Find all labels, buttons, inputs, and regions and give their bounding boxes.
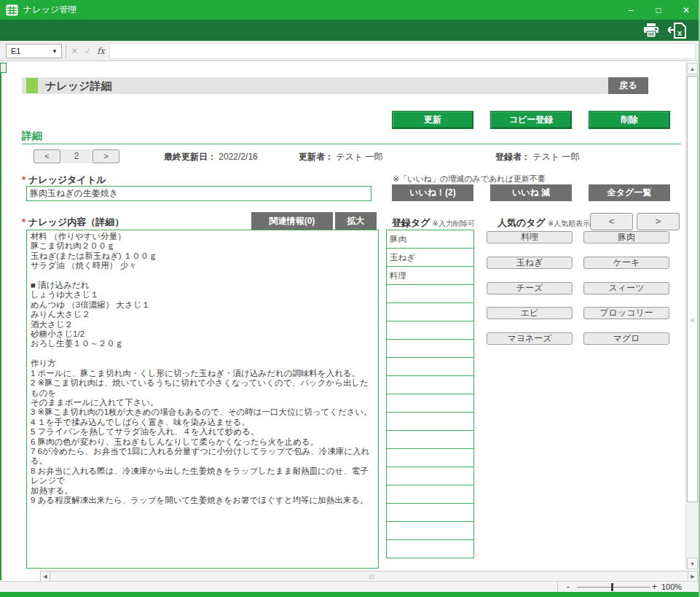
knowledge-title-label: *ナレッジタイトル xyxy=(22,173,106,187)
section-divider xyxy=(22,144,681,144)
registrant-value: テスト 一郎 xyxy=(532,152,579,162)
formula-input[interactable] xyxy=(109,43,696,59)
knowledge-content-textarea[interactable]: 材料 （作りやすい分量） 豚こま切れ肉２００ｇ 玉ねぎ(または新玉ねぎ) １００… xyxy=(26,230,379,569)
window-title: ナレッジ管理 xyxy=(23,4,76,16)
section-label: 詳細 xyxy=(22,130,42,143)
titlebar: ナレッジ管理 – □ ✕ xyxy=(0,0,700,20)
maximize-button[interactable]: □ xyxy=(645,0,672,20)
registered-tag-row[interactable] xyxy=(386,448,474,467)
registered-tag-row[interactable]: 玉ねぎ xyxy=(386,248,474,267)
registered-tags-label: 登録タグ※入力削除可 xyxy=(392,216,475,230)
app-window: ナレッジ管理 – □ ✕ x xyxy=(0,0,700,597)
delete-button[interactable]: 削除 xyxy=(589,111,670,129)
popular-tag-button[interactable]: エビ xyxy=(487,307,573,319)
app-icon xyxy=(6,4,18,16)
popular-tags-next-button[interactable]: > xyxy=(637,213,680,230)
scroll-up-icon[interactable]: ▲ xyxy=(687,63,698,74)
registered-tag-row[interactable] xyxy=(386,485,474,504)
name-box[interactable]: E1 ▼ xyxy=(6,44,62,58)
registered-tag-row[interactable] xyxy=(386,521,474,540)
last-updated-value: 2022/2/16 xyxy=(219,152,257,162)
popular-tag-button[interactable]: マヨネーズ xyxy=(487,332,573,345)
vertical-scrollbar[interactable]: ▲ ≡ ▼ xyxy=(685,63,698,569)
registered-tag-row[interactable] xyxy=(386,357,474,376)
horizontal-scrollbar-thumb[interactable]: ||| xyxy=(51,571,687,581)
popular-tag-button[interactable]: マグロ xyxy=(583,332,669,345)
like-button[interactable]: いいね！(2) xyxy=(392,184,473,201)
registered-tag-row[interactable] xyxy=(386,339,474,358)
unlike-button[interactable]: いいね 減 xyxy=(490,184,572,201)
zoom-slider-thumb[interactable] xyxy=(611,583,613,591)
zoom-slider[interactable] xyxy=(577,587,650,588)
knowledge-title-input[interactable] xyxy=(26,186,371,201)
pager-next-button[interactable]: > xyxy=(93,149,119,163)
sheet-left-border xyxy=(0,63,1,580)
pager-page-number: 2 xyxy=(60,149,93,163)
zoom-in-button[interactable]: + xyxy=(652,582,657,592)
registered-tag-row[interactable] xyxy=(386,467,474,485)
record-pager: < 2 > xyxy=(34,149,119,163)
close-button[interactable]: ✕ xyxy=(672,0,700,20)
name-box-dropdown-icon[interactable]: ▼ xyxy=(52,48,58,55)
all-tags-button[interactable]: 全タグ一覧 xyxy=(589,184,670,201)
registered-tag-row[interactable]: 豚肉 xyxy=(386,230,474,249)
registered-tag-row[interactable] xyxy=(386,430,474,449)
registered-tag-row[interactable] xyxy=(386,539,474,558)
popular-tag-button[interactable]: ブロッコリー xyxy=(583,307,669,319)
zoom-out-button[interactable]: - xyxy=(567,582,570,592)
insert-function-icon[interactable]: fx xyxy=(95,44,107,58)
print-icon[interactable] xyxy=(642,22,661,39)
popular-tag-button[interactable]: スィーツ xyxy=(583,282,669,294)
pager-prev-button[interactable]: < xyxy=(34,149,60,163)
horizontal-scrollbar[interactable]: ◀ ||| ▶ xyxy=(40,571,698,582)
popular-tags-note: ※人気順表示 xyxy=(548,219,590,227)
selected-cell-indicator xyxy=(0,63,7,73)
registered-tags-note: ※入力削除可 xyxy=(433,219,475,227)
updater: 更新者： テスト 一郎 xyxy=(299,151,383,163)
popular-tag-button[interactable]: チーズ xyxy=(487,282,573,294)
formula-cancel-icon[interactable]: ✕ xyxy=(68,44,81,58)
popular-tags-grid: 料理豚肉玉ねぎケーキチーズスィーツエビブロッコリーマヨネーズマグロ xyxy=(487,231,669,421)
popular-tag-button[interactable]: 豚肉 xyxy=(583,231,669,243)
required-mark: * xyxy=(22,174,25,185)
vertical-scrollbar-thumb[interactable]: ≡ xyxy=(687,76,698,502)
excel-export-icon[interactable]: x xyxy=(668,22,687,39)
minimize-button[interactable]: – xyxy=(617,0,645,20)
popular-tags-prev-button[interactable]: < xyxy=(590,213,633,230)
last-updated: 最終更新日： 2022/2/16 xyxy=(164,151,258,163)
copy-register-button[interactable]: コピー登録 xyxy=(490,111,572,129)
page-title: ナレッジ詳細 xyxy=(45,77,111,94)
registered-tag-row[interactable] xyxy=(386,503,474,522)
updater-value: テスト 一郎 xyxy=(336,152,382,162)
formula-enter-icon[interactable]: ✓ xyxy=(82,44,94,58)
scrollbar-grip-icon: ||| xyxy=(369,574,375,579)
window-controls: – □ ✕ xyxy=(617,0,700,20)
registered-tag-row[interactable] xyxy=(386,284,474,303)
header-accent-block xyxy=(26,78,38,93)
popular-tag-button[interactable]: ケーキ xyxy=(583,257,669,269)
registered-tag-row[interactable] xyxy=(386,321,474,340)
required-mark: * xyxy=(22,216,25,227)
expand-button[interactable]: 拡大 xyxy=(335,212,377,230)
back-button[interactable]: 戻る xyxy=(608,77,648,94)
popular-tag-button[interactable]: 料理 xyxy=(487,231,573,243)
registered-tags-list: 豚肉玉ねぎ料理 xyxy=(386,230,474,569)
popular-tags-label: 人気のタグ※人気順表示 xyxy=(498,216,590,230)
update-button[interactable]: 更新 xyxy=(392,111,473,129)
registered-tag-row[interactable] xyxy=(386,394,474,413)
popular-tag-button[interactable]: 玉ねぎ xyxy=(487,257,573,269)
scroll-down-icon[interactable]: ▼ xyxy=(687,558,698,569)
like-note: ※「いいね」の増減のみであれば更新不要 xyxy=(393,173,546,184)
registered-tag-row[interactable] xyxy=(386,412,474,431)
related-info-button[interactable]: 関連情報(0) xyxy=(251,212,333,230)
formula-bar: E1 ▼ ✕ ✓ fx xyxy=(0,41,700,61)
registered-tag-row[interactable]: 料理 xyxy=(386,266,474,285)
scroll-right-icon[interactable]: ▶ xyxy=(688,571,697,581)
registrant: 登録者： テスト 一郎 xyxy=(495,151,580,163)
status-bar: - + 100% xyxy=(0,581,700,592)
registered-tag-row[interactable] xyxy=(386,375,474,394)
svg-text:x: x xyxy=(677,28,683,37)
ribbon: x xyxy=(0,20,700,41)
registered-tag-row[interactable] xyxy=(386,303,474,321)
scroll-left-icon[interactable]: ◀ xyxy=(41,571,50,581)
